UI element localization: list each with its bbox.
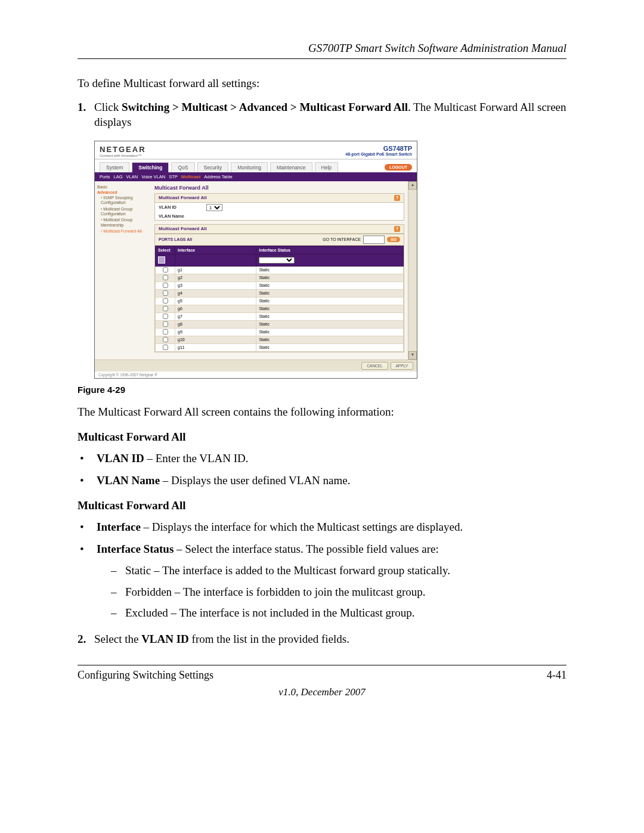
row-checkbox[interactable] bbox=[163, 306, 168, 311]
logout-button[interactable]: LOGOUT bbox=[385, 164, 412, 171]
status-filter-select[interactable] bbox=[259, 257, 295, 264]
manual-title: GS700TP Smart Switch Software Administra… bbox=[78, 42, 566, 59]
row-checkbox[interactable] bbox=[163, 283, 168, 288]
tab-security[interactable]: Security bbox=[197, 162, 229, 172]
row-checkbox[interactable] bbox=[163, 267, 168, 272]
row-status: Static bbox=[256, 343, 404, 351]
sidebar-item-igmp[interactable]: › IGMP Snooping Configuration bbox=[101, 196, 151, 206]
row-status: Static bbox=[256, 281, 404, 289]
row-interface: g8 bbox=[175, 320, 256, 328]
row-status: Static bbox=[256, 328, 404, 336]
box1-head: Multicast Forward All bbox=[159, 195, 207, 200]
box2-head: Multicast Forward All bbox=[159, 226, 207, 231]
subtab-ports[interactable]: Ports bbox=[100, 174, 110, 179]
tab-maintenance[interactable]: Maintenance bbox=[270, 162, 312, 172]
row-status: Static bbox=[256, 266, 404, 274]
table-row: g2Static bbox=[156, 274, 404, 281]
row-interface: g6 bbox=[175, 305, 256, 312]
step-1-body: Click Switching > Multicast > Advanced >… bbox=[94, 100, 566, 130]
subtab-address-table[interactable]: Address Table bbox=[204, 174, 232, 179]
step-1: 1. Click Switching > Multicast > Advance… bbox=[78, 100, 566, 130]
row-interface: g7 bbox=[175, 312, 256, 320]
scroll-up-icon[interactable]: ▲ bbox=[408, 181, 417, 190]
footer-left: Configuring Switching Settings bbox=[78, 669, 213, 682]
model-name: GS748TP bbox=[345, 145, 412, 152]
interface-table: Select Interface Interface Status g1Stat… bbox=[155, 246, 404, 352]
table-row: g11Static bbox=[156, 343, 404, 351]
main-panel: Multicast Forward All Multicast Forward … bbox=[153, 181, 408, 360]
figure-caption: Figure 4-29 bbox=[78, 385, 566, 395]
cancel-button[interactable]: CANCEL bbox=[361, 362, 388, 370]
tab-system[interactable]: System bbox=[100, 162, 129, 172]
row-interface: g3 bbox=[175, 281, 256, 289]
row-checkbox[interactable] bbox=[163, 314, 168, 319]
row-checkbox[interactable] bbox=[163, 345, 168, 350]
sub-tabs: Ports LAG VLAN Voice VLAN STP Multicast … bbox=[95, 172, 417, 181]
row-checkbox[interactable] bbox=[163, 290, 168, 296]
select-all-checkbox[interactable] bbox=[158, 256, 165, 264]
screenshot: NETGEAR Connect with Innovation™ GS748TP… bbox=[94, 141, 417, 379]
subtab-vlan[interactable]: VLAN bbox=[126, 174, 138, 179]
section-1-head: Multicast Forward All bbox=[78, 431, 566, 444]
sidebar-item-mgc[interactable]: › Multicast Group Configuration bbox=[101, 207, 151, 217]
sidebar-basic[interactable]: Basic bbox=[97, 185, 151, 189]
tab-help[interactable]: Help bbox=[315, 162, 338, 172]
row-checkbox[interactable] bbox=[163, 329, 168, 335]
row-checkbox[interactable] bbox=[163, 337, 168, 342]
go-button[interactable]: GO bbox=[387, 237, 400, 242]
tab-monitoring[interactable]: Monitoring bbox=[231, 162, 268, 172]
after-figure-text: The Multicast Forward All screen contain… bbox=[78, 404, 566, 420]
row-checkbox[interactable] bbox=[163, 298, 168, 304]
row-status: Static bbox=[256, 297, 404, 305]
footer-version: v1.0, December 2007 bbox=[78, 686, 566, 698]
subtab-stp[interactable]: STP bbox=[169, 174, 178, 179]
step-1-lead: Click bbox=[94, 101, 122, 113]
panel-title: Multicast Forward All bbox=[154, 185, 404, 191]
apply-button[interactable]: APPLY bbox=[391, 362, 413, 370]
row-interface: g2 bbox=[175, 274, 256, 281]
tab-switching[interactable]: Switching bbox=[132, 162, 169, 172]
table-row: g4Static bbox=[156, 289, 404, 297]
main-tabs: System Switching QoS Security Monitoring… bbox=[95, 160, 417, 172]
row-checkbox[interactable] bbox=[163, 275, 168, 280]
scroll-down-icon[interactable]: ▼ bbox=[408, 351, 417, 360]
ports-lags-all[interactable]: PORTS LAGS All bbox=[159, 237, 320, 241]
row-status: Static bbox=[256, 312, 404, 320]
sidebar-advanced[interactable]: Advanced bbox=[97, 190, 151, 194]
tab-qos[interactable]: QoS bbox=[171, 162, 194, 172]
step-2: 2. Select the VLAN ID from the list in t… bbox=[78, 631, 566, 647]
bullet-vlan-name: • VLAN Name – Displays the user defined … bbox=[78, 473, 566, 488]
sidebar-item-mgm[interactable]: › Multicast Group Membership bbox=[101, 218, 151, 228]
brand-tagline: Connect with Innovation™ bbox=[100, 154, 146, 157]
dash-static: – Static – The interface is added to the… bbox=[78, 563, 566, 578]
row-interface: g4 bbox=[175, 289, 256, 297]
row-interface: g9 bbox=[175, 328, 256, 336]
col-select: Select bbox=[156, 246, 175, 254]
brand-logo: NETGEAR bbox=[100, 145, 146, 154]
footer-right: 4-41 bbox=[547, 669, 566, 682]
scrollbar[interactable]: ▲ ▼ bbox=[408, 181, 417, 360]
sidebar: Basic Advanced › IGMP Snooping Configura… bbox=[95, 181, 153, 360]
subtab-lag[interactable]: LAG bbox=[114, 174, 123, 179]
subtab-voice-vlan[interactable]: Voice VLAN bbox=[141, 174, 165, 179]
bullet-interface-status: • Interface Status – Select the interfac… bbox=[78, 541, 566, 557]
sidebar-item-mfa[interactable]: › Multicast Forward All bbox=[101, 229, 151, 234]
help-icon-2[interactable]: ? bbox=[394, 226, 400, 232]
vlan-id-select[interactable]: 1 bbox=[206, 204, 222, 211]
subtab-multicast[interactable]: Multicast bbox=[181, 174, 201, 179]
vlan-name-label: VLAN Name bbox=[159, 213, 206, 219]
row-checkbox[interactable] bbox=[163, 321, 168, 327]
help-icon[interactable]: ? bbox=[394, 195, 400, 201]
vlan-id-label: VLAN ID bbox=[159, 205, 206, 210]
col-interface: Interface bbox=[175, 246, 256, 254]
panel-box-1: Multicast Forward All ? VLAN ID 1 VLAN N… bbox=[154, 193, 404, 221]
row-status: Static bbox=[256, 336, 404, 343]
intro-text: To define Multicast forward all settings… bbox=[78, 76, 566, 91]
section-2-head: Multicast Forward All bbox=[78, 499, 566, 512]
row-interface: g5 bbox=[175, 297, 256, 305]
row-status: Static bbox=[256, 289, 404, 297]
row-interface: g11 bbox=[175, 343, 256, 351]
dash-excluded: – Excluded – The interface is not includ… bbox=[78, 605, 566, 621]
col-status: Interface Status bbox=[256, 246, 404, 254]
goto-input[interactable] bbox=[363, 236, 385, 244]
